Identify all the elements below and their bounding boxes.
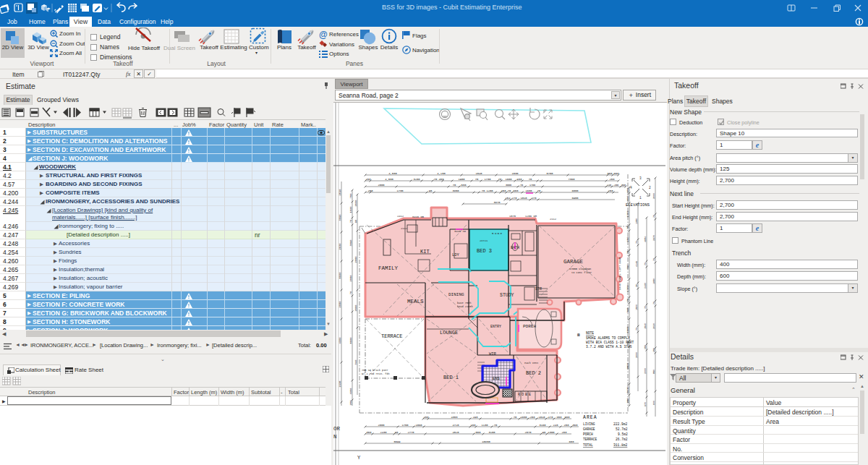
svg-text:1900: 1900 (458, 178, 465, 181)
svg-text:250: 250 (530, 416, 536, 419)
svg-text:BED 2: BED 2 (526, 370, 541, 376)
svg-text:70: 70 (652, 215, 655, 218)
svg-text:2850: 2850 (354, 256, 357, 263)
svg-text:250: 250 (652, 348, 655, 352)
svg-text:⊠: ⊠ (577, 333, 580, 338)
svg-text:70: 70 (652, 258, 655, 261)
svg-text:90: 90 (429, 189, 433, 192)
svg-text:970: 970 (644, 402, 647, 406)
svg-text:2850: 2850 (339, 301, 341, 308)
svg-text:250: 250 (349, 400, 352, 406)
svg-text:4353: 4353 (451, 416, 458, 419)
svg-text:70: 70 (626, 226, 629, 229)
svg-text:base 750h: base 750h (457, 302, 471, 304)
svg-text:3.7.2 AND WITH A.S 3786: 3.7.2 AND WITH A.S 3786 (586, 345, 632, 349)
svg-text:4,000: 4,000 (388, 172, 397, 175)
svg-text:548: 548 (626, 307, 629, 313)
svg-text:4380: 4380 (349, 388, 352, 395)
svg-text:600: 600 (652, 401, 655, 405)
svg-text:2850: 2850 (349, 275, 352, 282)
svg-text:to conc floor: to conc floor (571, 271, 592, 274)
svg-text:1950: 1950 (652, 278, 655, 284)
svg-text:250: 250 (610, 178, 616, 181)
svg-text:1060: 1060 (415, 424, 422, 427)
svg-text:70: 70 (520, 184, 523, 187)
svg-text:4720: 4720 (452, 424, 459, 427)
svg-text:head 2100h: head 2100h (457, 305, 473, 308)
svg-text:2620: 2620 (626, 362, 629, 370)
svg-text:250: 250 (644, 345, 647, 349)
svg-text:930: 930 (517, 178, 523, 181)
svg-text:70: 70 (453, 184, 456, 187)
svg-text:SMOKE ALARMS TO COMPLY: SMOKE ALARMS TO COMPLY (586, 336, 630, 340)
svg-text:4,000: 4,000 (385, 178, 393, 181)
svg-text:2112: 2112 (550, 218, 557, 221)
svg-text:250: 250 (562, 431, 568, 434)
svg-text:750 sq brick pier: 750 sq brick pier (362, 369, 388, 372)
svg-text:311.8m2: 311.8m2 (613, 443, 628, 447)
svg-text:240: 240 (607, 184, 611, 187)
svg-text:3430: 3430 (626, 386, 629, 393)
svg-text:70: 70 (626, 341, 629, 345)
svg-text:1380: 1380 (635, 218, 638, 224)
svg-text:1200: 1200 (486, 189, 493, 192)
svg-text:w/ 2 rod rein. fdt: w/ 2 rod rein. fdt (362, 372, 390, 375)
svg-text:BED 1: BED 1 (443, 375, 459, 380)
svg-text:340: 340 (354, 359, 357, 365)
svg-text:5699: 5699 (393, 440, 401, 443)
svg-text:850: 850 (652, 370, 655, 374)
svg-text:1730: 1730 (484, 178, 491, 181)
svg-text:3100: 3100 (488, 431, 495, 434)
svg-text:70: 70 (482, 189, 485, 192)
svg-text:Y: Y (357, 455, 361, 461)
svg-text:3200: 3200 (413, 178, 420, 181)
svg-text:450: 450 (439, 178, 445, 181)
svg-text:6900: 6900 (571, 197, 579, 200)
svg-text:2430: 2430 (644, 283, 647, 289)
svg-text:3850: 3850 (452, 189, 459, 192)
svg-text:1300: 1300 (548, 431, 555, 434)
svg-text:70: 70 (635, 241, 638, 244)
svg-text:70: 70 (494, 424, 498, 427)
svg-text:1530: 1530 (511, 172, 519, 175)
svg-text:N: N (333, 434, 337, 440)
svg-text:2770: 2770 (407, 431, 414, 434)
svg-text:1380: 1380 (626, 210, 629, 218)
svg-text:90: 90 (542, 431, 546, 434)
svg-text:1540: 1540 (475, 172, 482, 175)
svg-text:ENTRY: ENTRY (490, 325, 501, 329)
svg-text:70: 70 (652, 302, 655, 304)
svg-text:3000: 3000 (506, 184, 511, 187)
svg-text:BATH: BATH (511, 246, 519, 250)
svg-text:70: 70 (514, 416, 517, 419)
svg-text:850: 850 (557, 416, 563, 419)
svg-text:PORCH: PORCH (523, 324, 536, 329)
svg-text:36: 36 (635, 284, 638, 287)
svg-text:9.5m2: 9.5m2 (618, 432, 628, 436)
svg-text:6000: 6000 (571, 189, 579, 192)
svg-text:2430: 2430 (380, 431, 387, 434)
svg-text:570mm slopdown: 570mm slopdown (569, 268, 591, 270)
svg-text:950: 950 (626, 236, 629, 242)
svg-text:3890: 3890 (349, 239, 352, 247)
svg-text:BED 3: BED 3 (477, 248, 492, 254)
svg-text:LOUNGE: LOUNGE (440, 330, 458, 336)
svg-text:4520: 4520 (452, 431, 459, 434)
svg-text:2000: 2000 (378, 184, 385, 187)
svg-text:250: 250 (564, 424, 570, 427)
svg-text:3: 3 (639, 176, 642, 180)
svg-text:1: 1 (639, 196, 642, 200)
svg-text:70: 70 (349, 291, 352, 294)
svg-text:70: 70 (626, 298, 629, 302)
svg-text:1600: 1600 (505, 178, 512, 181)
svg-text:70: 70 (475, 178, 479, 181)
svg-text:2448 PANEL LIFT DOOR: 2448 PANEL LIFT DOOR (618, 257, 621, 290)
svg-text:250: 250 (608, 189, 614, 192)
svg-text:GARAGE: GARAGE (583, 427, 595, 431)
svg-text:250: 250 (368, 189, 374, 192)
svg-text:2x721: 2x721 (480, 239, 488, 242)
svg-text:DINING: DINING (448, 292, 464, 297)
svg-text:350: 350 (367, 431, 373, 434)
svg-text:100: 100 (471, 424, 477, 427)
svg-text:52.7m2: 52.7m2 (616, 427, 628, 431)
